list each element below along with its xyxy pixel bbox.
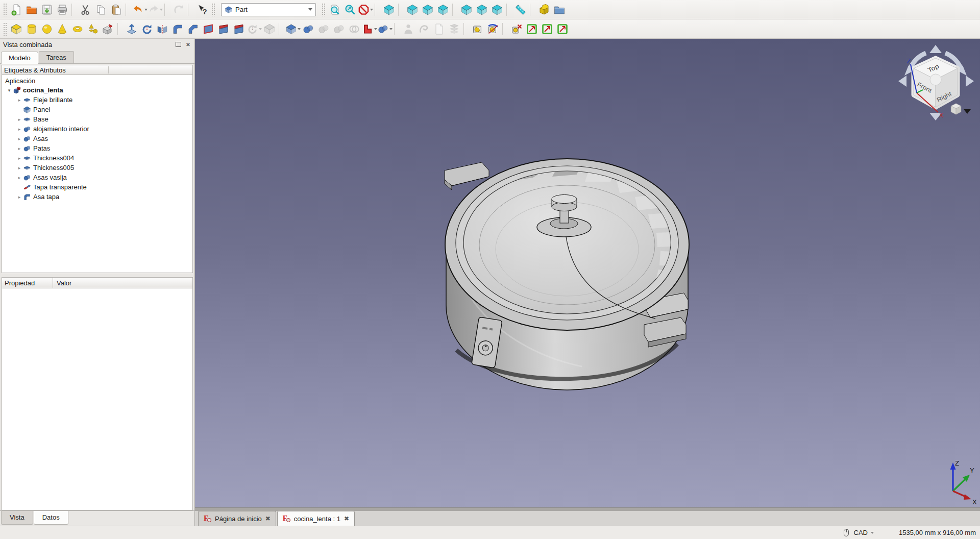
boolean-common-button[interactable] bbox=[316, 21, 331, 37]
tree-item-thickness005[interactable]: Thickness005 bbox=[2, 163, 192, 173]
sweep-button[interactable] bbox=[247, 21, 262, 37]
tree-expand-caret-icon[interactable] bbox=[16, 175, 22, 180]
close-tab-icon[interactable]: ✖ bbox=[344, 515, 349, 522]
tab-cocina-lenta-1[interactable]: cocina_lenta : 1 ✖ bbox=[277, 511, 355, 526]
redo-button[interactable] bbox=[148, 2, 163, 17]
split-features-button[interactable] bbox=[377, 21, 393, 37]
right-view-button[interactable] bbox=[435, 2, 451, 17]
box-primitive-button[interactable] bbox=[9, 21, 24, 37]
ruled-surface-button[interactable] bbox=[216, 21, 231, 37]
tree-expand-caret-icon[interactable] bbox=[16, 127, 22, 132]
copy-button[interactable] bbox=[93, 2, 109, 17]
defeaturing-button[interactable] bbox=[416, 21, 431, 37]
tab-tareas[interactable]: Tareas bbox=[39, 51, 74, 63]
torus-primitive-button[interactable] bbox=[70, 21, 85, 37]
open-document-button[interactable] bbox=[24, 2, 39, 17]
tree-item-asas[interactable]: Asas bbox=[2, 134, 192, 143]
column-valor[interactable]: Valor bbox=[53, 279, 71, 287]
toolbar-grip[interactable] bbox=[211, 3, 215, 16]
loft-button[interactable] bbox=[231, 21, 247, 37]
cylinder-primitive-button[interactable] bbox=[24, 21, 39, 37]
draw-style-button[interactable] bbox=[358, 2, 373, 17]
dropdown-caret-icon[interactable] bbox=[389, 28, 393, 30]
rear-view-button[interactable] bbox=[459, 2, 474, 17]
3d-viewport[interactable]: Top Front Right Z X bbox=[195, 39, 980, 507]
float-panel-icon[interactable] bbox=[175, 41, 182, 48]
close-panel-icon[interactable] bbox=[185, 41, 191, 48]
tree-expand-caret-icon[interactable] bbox=[16, 146, 22, 151]
create-primitives-button[interactable] bbox=[85, 21, 101, 37]
extrude-button[interactable] bbox=[124, 21, 139, 37]
tree-item-tapa-transparente[interactable]: Tapa transparente bbox=[2, 182, 192, 192]
toolbar-grip[interactable] bbox=[322, 3, 326, 16]
measure-distance-button[interactable] bbox=[513, 2, 528, 17]
measure-linear-button[interactable] bbox=[470, 21, 485, 37]
section-button[interactable] bbox=[262, 21, 277, 37]
boolean-cut-button[interactable] bbox=[331, 21, 347, 37]
tree-item-asas-vasija[interactable]: Asas vasija bbox=[2, 173, 192, 182]
toggle-all-measurements-button[interactable] bbox=[524, 21, 540, 37]
fit-selection-button[interactable] bbox=[342, 2, 358, 17]
dropdown-caret-icon[interactable] bbox=[160, 9, 163, 11]
toggle-3d-measurements-button[interactable] bbox=[540, 21, 555, 37]
tab-modelo[interactable]: Modelo bbox=[1, 52, 38, 64]
fillet-button[interactable] bbox=[170, 21, 185, 37]
bottom-view-button[interactable] bbox=[474, 2, 489, 17]
part-tool-button[interactable] bbox=[536, 2, 552, 17]
revolve-button[interactable] bbox=[139, 21, 155, 37]
paste-button[interactable] bbox=[109, 2, 124, 17]
save-document-button[interactable] bbox=[39, 2, 55, 17]
tree-expand-caret-icon[interactable] bbox=[16, 136, 22, 141]
boolean-union-button[interactable] bbox=[301, 21, 316, 37]
tree-expand-caret-icon[interactable] bbox=[16, 97, 22, 103]
tree-column-header[interactable]: Etiquetas & Atributos bbox=[2, 65, 193, 75]
tree-item-panel[interactable]: Panel bbox=[2, 105, 192, 114]
tree-expand-caret-icon[interactable] bbox=[16, 156, 22, 161]
tab-datos[interactable]: Datos bbox=[34, 511, 68, 525]
print-button[interactable] bbox=[55, 2, 70, 17]
measure-angular-button[interactable] bbox=[485, 21, 501, 37]
undo-button[interactable] bbox=[132, 2, 148, 17]
whats-this-button[interactable] bbox=[194, 2, 210, 17]
cut-button[interactable] bbox=[78, 2, 93, 17]
tree-item-base[interactable]: Base bbox=[2, 114, 192, 124]
tree-item-asa-tapa[interactable]: Asa tapa bbox=[2, 192, 192, 202]
slow-cooker-model[interactable] bbox=[195, 39, 980, 507]
dropdown-caret-icon[interactable] bbox=[370, 9, 373, 11]
shape-builder-button[interactable] bbox=[101, 21, 116, 37]
tree-expand-caret-icon[interactable] bbox=[6, 88, 12, 93]
front-view-button[interactable] bbox=[405, 2, 420, 17]
sphere-primitive-button[interactable] bbox=[39, 21, 55, 37]
tree-item-patas[interactable]: Patas bbox=[2, 143, 192, 153]
boolean-section-button[interactable] bbox=[347, 21, 362, 37]
chevron-down-icon[interactable] bbox=[308, 8, 312, 11]
cone-primitive-button[interactable] bbox=[55, 21, 70, 37]
axonometric-view-button[interactable] bbox=[381, 2, 397, 17]
tree-root-application[interactable]: Aplicación bbox=[2, 76, 192, 85]
refresh-button[interactable] bbox=[171, 2, 186, 17]
new-document-button[interactable] bbox=[9, 2, 24, 17]
close-tab-icon[interactable]: ✖ bbox=[265, 515, 271, 522]
make-face-button[interactable] bbox=[201, 21, 216, 37]
convert-to-solid-button[interactable] bbox=[431, 21, 447, 37]
tree-item-alojamiento-interior[interactable]: alojamiento interior bbox=[2, 124, 192, 134]
chamfer-button[interactable] bbox=[185, 21, 201, 37]
check-geometry-button[interactable] bbox=[401, 21, 416, 37]
workbench-selector[interactable]: Part bbox=[221, 3, 316, 16]
fit-all-button[interactable] bbox=[327, 2, 342, 17]
column-propiedad[interactable]: Propiedad bbox=[2, 278, 53, 288]
toolbar-grip[interactable] bbox=[3, 3, 7, 16]
panel-splitter[interactable] bbox=[0, 273, 194, 277]
tab-vista[interactable]: Vista bbox=[1, 511, 33, 525]
nav-mini-cube-icon[interactable] bbox=[951, 104, 961, 114]
glass-lid[interactable] bbox=[445, 159, 689, 330]
toggle-delta-measurements-button[interactable] bbox=[555, 21, 570, 37]
top-view-button[interactable] bbox=[420, 2, 435, 17]
tree-item-cocina-lenta[interactable]: cocina_lenta bbox=[2, 85, 192, 95]
join-features-button[interactable] bbox=[362, 21, 377, 37]
compound-button[interactable] bbox=[285, 21, 301, 37]
tree-item-thickness004[interactable]: Thickness004 bbox=[2, 153, 192, 163]
nav-menu-caret-icon[interactable] bbox=[964, 109, 971, 114]
tab-pagina-de-inicio[interactable]: Página de inicio ✖ bbox=[198, 511, 276, 526]
open-library-button[interactable] bbox=[552, 2, 567, 17]
